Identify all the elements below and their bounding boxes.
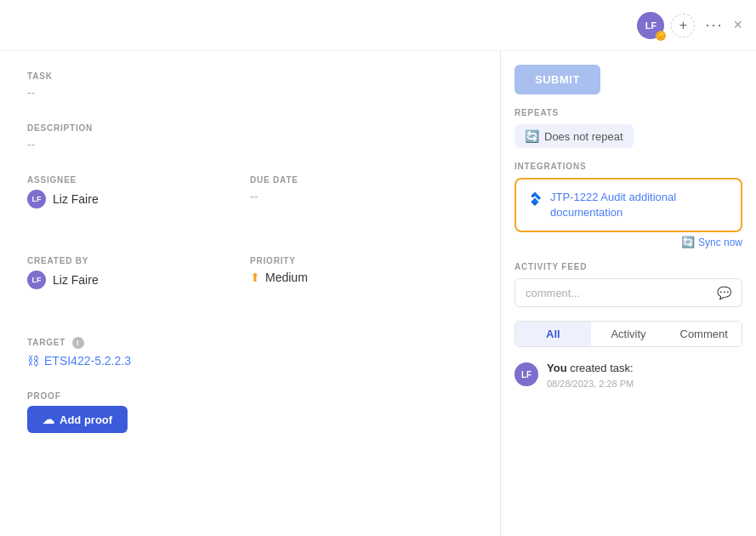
task-section: TASK -- [27, 71, 473, 100]
assignee-duedate-row: ASSIGNEE LF Liz Faire DUE DATE -- [27, 175, 473, 232]
activity-feed-label: ACTIVITY FEED [514, 262, 742, 271]
target-section: TARGET i ⛓ ETSI422-5.2.2.3 [27, 337, 473, 368]
priority-icon: ⬆ [250, 271, 260, 284]
created-by-section: CREATED BY LF Liz Faire [27, 256, 250, 289]
description-section: DESCRIPTION -- [27, 123, 473, 151]
sync-now-link[interactable]: 🔄 Sync now [681, 236, 742, 248]
does-not-repeat-badge[interactable]: 🔄 Does not repeat [514, 124, 634, 148]
priority-section: PRIORITY ⬆ Medium [250, 256, 473, 289]
main-layout: TASK -- DESCRIPTION -- ASSIGNEE LF Liz F… [0, 51, 756, 536]
add-proof-button[interactable]: ☁ Add proof [27, 406, 128, 433]
dots-icon: ··· [705, 16, 723, 33]
created-by-label: CREATED BY [27, 256, 250, 265]
assignee-label: ASSIGNEE [27, 175, 250, 185]
created-by-avatar: LF [27, 271, 46, 289]
avatar-initials: LF [645, 20, 657, 31]
does-not-repeat-text: Does not repeat [544, 130, 623, 143]
sync-label: Sync now [698, 237, 742, 248]
avatar: LF 🔑 [637, 12, 664, 39]
description-value: -- [27, 138, 473, 151]
assignee-name: Liz Faire [53, 192, 99, 206]
comment-input-area[interactable]: comment... 💬 [514, 278, 742, 307]
activity-timestamp: 08/28/2023, 2:28 PM [547, 379, 634, 389]
plus-icon: + [679, 18, 687, 33]
comment-icon: 💬 [717, 286, 731, 299]
key-icon: 🔑 [657, 32, 665, 39]
add-proof-label: Add proof [60, 413, 112, 426]
more-options-button[interactable]: ··· [702, 16, 726, 34]
tab-all[interactable]: All [515, 322, 591, 346]
integration-id: JTP-1222 [550, 191, 598, 203]
info-icon: i [72, 337, 84, 349]
submit-button[interactable]: SUBMIT [514, 65, 600, 94]
tab-comment[interactable]: Comment [666, 322, 742, 346]
comment-placeholder: comment... [526, 287, 580, 299]
assignee-avatar: LF [27, 190, 46, 208]
target-link[interactable]: ⛓ ETSI422-5.2.2.3 [27, 354, 473, 368]
assignee-value: LF Liz Faire [27, 190, 250, 208]
repeats-label: REPEATS [514, 108, 742, 117]
created-by-name: Liz Faire [53, 273, 99, 287]
integration-link[interactable]: JTP-1222 Audit additional documentation [550, 190, 730, 220]
target-link-text: ETSI422-5.2.2.3 [44, 354, 131, 368]
integration-item: JTP-1222 Audit additional documentation [526, 190, 730, 220]
activity-text: You created task: [547, 361, 634, 376]
priority-text: Medium [265, 271, 308, 284]
activity-action: created task: [567, 362, 634, 374]
target-label: TARGET i [27, 337, 473, 349]
repeats-section: REPEATS 🔄 Does not repeat [514, 108, 742, 148]
created-by-value: LF Liz Faire [27, 271, 250, 289]
due-date-label: DUE DATE [250, 175, 473, 185]
activity-content: You created task: 08/28/2023, 2:28 PM [547, 361, 634, 388]
activity-avatar-initials: LF [521, 370, 531, 379]
submit-section: SUBMIT [514, 65, 742, 94]
right-panel: SUBMIT REPEATS 🔄 Does not repeat INTEGRA… [501, 51, 756, 536]
task-value: -- [27, 86, 473, 100]
description-label: DESCRIPTION [27, 123, 473, 133]
priority-label: PRIORITY [250, 256, 473, 265]
task-label: TASK [27, 71, 473, 81]
sync-icon: 🔄 [681, 236, 695, 248]
due-date-value: -- [250, 190, 473, 203]
integrations-label: INTEGRATIONS [514, 162, 742, 171]
jira-icon [526, 191, 543, 208]
assignee-section: ASSIGNEE LF Liz Faire [27, 175, 250, 208]
add-button[interactable]: + [671, 14, 695, 37]
upload-icon: ☁ [43, 413, 54, 426]
tab-activity-label: Activity [611, 328, 645, 340]
integrations-box: JTP-1222 Audit additional documentation [514, 178, 742, 232]
proof-label: PROOF [27, 391, 473, 401]
activity-avatar: LF [514, 362, 538, 386]
activity-feed-section: ACTIVITY FEED comment... 💬 [514, 262, 742, 307]
sync-row: 🔄 Sync now [514, 236, 742, 248]
top-bar: LF 🔑 + ··· × [0, 0, 756, 51]
avatar-badge: 🔑 [656, 31, 666, 41]
submit-label: SUBMIT [535, 73, 580, 86]
priority-value: ⬆ Medium [250, 271, 473, 284]
target-link-icon: ⛓ [27, 354, 39, 368]
close-icon: × [733, 16, 742, 33]
feed-tabs: All Activity Comment [514, 321, 742, 347]
created-priority-row: CREATED BY LF Liz Faire PRIORITY ⬆ Mediu… [27, 256, 473, 313]
proof-section: PROOF ☁ Add proof [27, 391, 473, 433]
close-button[interactable]: × [733, 16, 742, 34]
due-date-section: DUE DATE -- [250, 175, 473, 208]
integrations-section: INTEGRATIONS [514, 162, 742, 248]
tab-all-label: All [546, 328, 560, 340]
repeat-icon: 🔄 [525, 129, 539, 143]
activity-author: You [547, 362, 567, 374]
activity-entry: LF You created task: 08/28/2023, 2:28 PM [514, 361, 742, 388]
left-panel: TASK -- DESCRIPTION -- ASSIGNEE LF Liz F… [0, 51, 501, 536]
tab-comment-label: Comment [680, 328, 728, 340]
tab-activity[interactable]: Activity [591, 322, 667, 346]
